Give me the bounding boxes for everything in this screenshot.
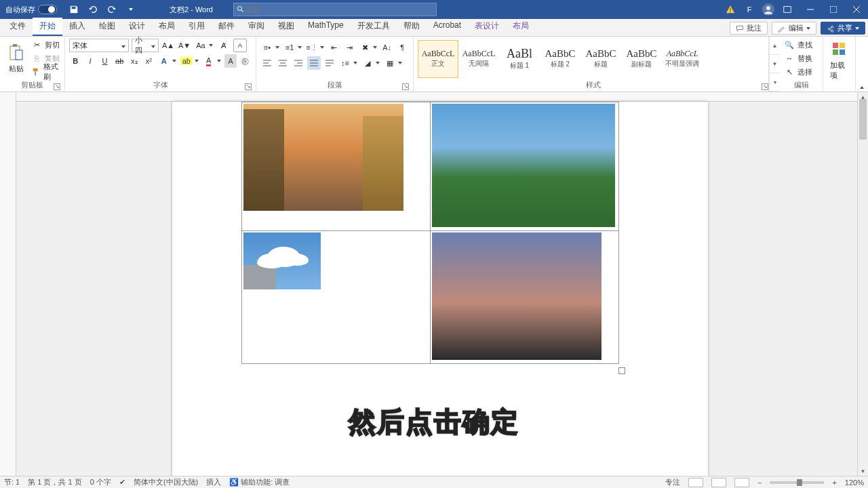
decrease-indent-button[interactable]: ⇤ [328,41,341,54]
bold-button[interactable]: B [69,54,82,68]
tab-布局[interactable]: 布局 [152,18,182,36]
vertical-scrollbar[interactable]: ▲ ▼ [857,92,868,476]
tab-设计[interactable]: 设计 [122,18,152,36]
tab-帮助[interactable]: 帮助 [397,18,427,36]
tab-MathType[interactable]: MathType [301,18,351,36]
underline-button[interactable]: U [98,54,111,68]
increase-font-button[interactable]: A▲ [161,39,175,52]
view-read-button[interactable] [711,478,726,487]
edit-mode-button[interactable]: 编辑 [772,22,816,35]
align-right-button[interactable] [292,56,305,70]
font-color-button[interactable]: A [202,54,222,68]
horizontal-ruler[interactable] [16,92,857,102]
search-input[interactable] [245,5,433,14]
status-language[interactable]: 简体中文(中国大陆) [134,477,198,487]
image-sunset-buildings[interactable] [243,104,403,211]
line-spacing-button[interactable]: ↕≡ [338,56,359,70]
collapse-ribbon-button[interactable] [860,86,864,89]
status-page[interactable]: 第 1 页，共 1 页 [28,477,81,487]
addins-button[interactable]: 加载项 [827,39,851,82]
style-scroll-down[interactable]: ▼ [770,55,780,73]
shading-button[interactable]: ◢ [361,56,381,70]
style-不明显强调[interactable]: AaBbCcL不明显强调 [662,40,703,78]
style-scroll-up[interactable]: ▲ [770,37,780,55]
borders-button[interactable]: ▦ [383,56,403,70]
user-avatar[interactable] [761,2,776,17]
multilevel-button[interactable]: ≡⋮ [305,41,326,54]
undo-button[interactable] [85,2,100,17]
align-center-button[interactable] [276,56,290,70]
increase-indent-button[interactable]: ⇥ [343,41,357,54]
font-name-combo[interactable]: 宋体 [69,39,129,52]
tab-Acrobat[interactable]: Acrobat [427,18,468,36]
subscript-button[interactable]: x₂ [128,54,141,68]
find-button[interactable]: 🔍查找 [784,39,818,51]
maximize-button[interactable] [822,0,845,19]
focus-mode-button[interactable]: 专注 [665,477,680,487]
format-painter-button[interactable]: 格式刷 [31,66,60,78]
status-section[interactable]: 节: 1 [4,477,20,487]
phonetic-guide-button[interactable]: A [233,39,247,52]
toggle-off-icon[interactable] [38,5,57,14]
change-case-button[interactable]: Aa [194,39,214,52]
tab-表设计[interactable]: 表设计 [468,18,506,36]
view-print-layout-button[interactable] [688,478,703,487]
style-标题 2[interactable]: AaBbC标题 2 [540,40,580,78]
status-words[interactable]: 0 个字 [90,477,111,487]
justify-button[interactable] [307,56,321,70]
status-spellcheck-icon[interactable]: ✔ [119,478,125,487]
show-marks-button[interactable]: ¶ [396,41,410,54]
font-dialog-launcher[interactable]: ↘ [245,83,252,90]
image-evening-road[interactable] [432,232,601,360]
photo-table[interactable] [241,102,619,364]
distribute-button[interactable] [323,56,336,70]
zoom-out-button[interactable]: − [757,479,762,487]
sort-button[interactable]: A↓ [380,41,394,54]
styles-dialog-launcher[interactable]: ↘ [762,83,768,90]
zoom-level[interactable]: 120% [845,479,864,487]
numbering-button[interactable]: ≡1 [283,41,303,54]
scroll-thumb[interactable] [859,99,867,140]
tab-引用[interactable]: 引用 [182,18,212,36]
paste-button[interactable]: 粘贴 [4,39,28,78]
clipboard-dialog-launcher[interactable]: ↘ [54,83,60,90]
style-标题 1[interactable]: AaBl标题 1 [499,40,540,78]
document-area[interactable] [16,92,857,476]
tab-视图[interactable]: 视图 [271,18,301,36]
style-正文[interactable]: AaBbCcL正文 [418,40,458,78]
warning-icon[interactable] [723,2,738,17]
qat-more-button[interactable] [123,2,138,17]
zoom-slider[interactable] [770,481,824,484]
scroll-down-button[interactable]: ▼ [858,466,868,476]
font-size-combo[interactable]: 小四 [132,39,159,52]
search-box[interactable] [233,3,437,16]
enclose-char-button[interactable]: ㊩ [239,54,252,68]
select-button[interactable]: ↖选择 [784,66,818,78]
style-无间隔[interactable]: AaBbCcL无间隔 [458,40,499,78]
ribbon-display-button[interactable] [780,2,795,17]
cut-button[interactable]: ✂剪切 [31,39,60,51]
paragraph-dialog-launcher[interactable]: ↘ [402,83,409,90]
tab-绘图[interactable]: 绘图 [92,18,122,36]
tab-开始[interactable]: 开始 [33,18,62,36]
strikethrough-button[interactable]: ab [113,54,126,68]
tab-插入[interactable]: 插入 [62,18,92,36]
highlight-button[interactable]: ab [180,54,200,68]
status-accessibility[interactable]: ♿ 辅助功能: 调查 [229,477,290,487]
close-button[interactable] [845,0,868,19]
italic-button[interactable]: I [84,54,97,68]
minimize-button[interactable] [799,0,822,19]
zoom-in-button[interactable]: + [832,479,836,487]
text-effects-button[interactable]: A [157,54,178,68]
style-标题[interactable]: AaBbC标题 [580,40,621,78]
replace-button[interactable]: ↔替换 [784,52,818,64]
tab-文件[interactable]: 文件 [3,18,33,36]
save-button[interactable] [66,2,81,17]
redo-button[interactable] [104,2,119,17]
style-副标题[interactable]: AaBbC副标题 [621,40,662,78]
bullets-button[interactable]: ≡• [260,41,281,54]
tab-邮件[interactable]: 邮件 [212,18,241,36]
decrease-font-button[interactable]: A▼ [178,39,191,52]
tab-开发工具[interactable]: 开发工具 [351,18,397,36]
superscript-button[interactable]: x² [142,54,155,68]
